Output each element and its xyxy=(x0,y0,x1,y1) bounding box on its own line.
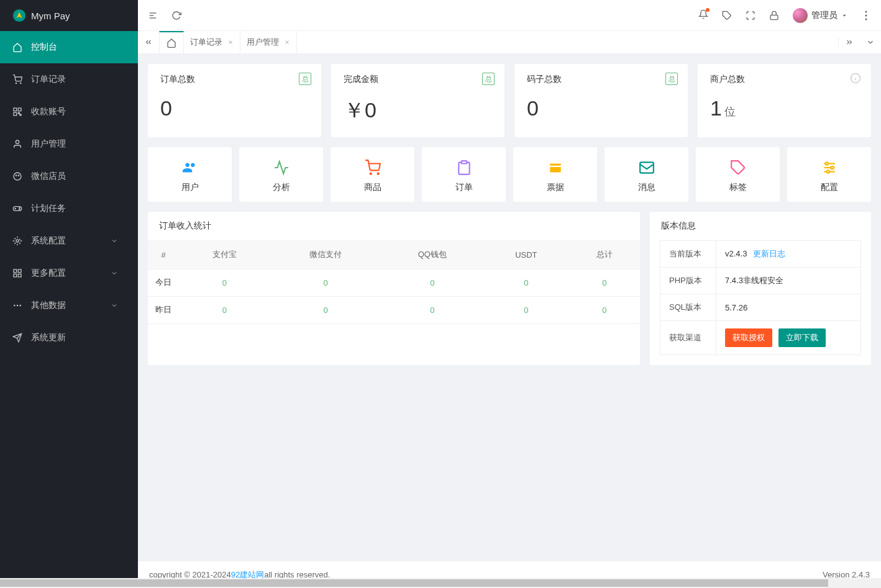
stat-badge: 总 xyxy=(482,73,495,85)
quick-label: 分析 xyxy=(273,182,290,193)
sidebar-item-wechat-staff[interactable]: 微信店员 xyxy=(0,160,138,192)
lock-icon[interactable] xyxy=(769,11,779,20)
svg-rect-16 xyxy=(14,269,17,273)
quick-label: 消息 xyxy=(638,182,655,193)
svg-point-32 xyxy=(865,14,867,16)
users-icon xyxy=(182,160,198,176)
close-icon[interactable] xyxy=(284,39,290,45)
svg-rect-19 xyxy=(18,274,21,277)
tab-orders[interactable]: 订单记录 xyxy=(184,31,240,53)
row-header: 昨日 xyxy=(148,297,179,324)
sidebar-item-other-data[interactable]: 其他数据 xyxy=(0,289,138,322)
chevron-down-icon xyxy=(866,38,875,47)
sidebar-item-system-config[interactable]: 系统配置 xyxy=(0,225,138,257)
table-header: USDT xyxy=(483,240,569,269)
sidebar-item-more-config[interactable]: 更多配置 xyxy=(0,257,138,289)
tab-scroll-right[interactable] xyxy=(839,38,860,47)
cart-icon xyxy=(12,75,22,84)
table-header: 支付宝 xyxy=(179,240,270,269)
horizontal-scrollbar[interactable] xyxy=(0,578,881,588)
table-header: QQ钱包 xyxy=(381,240,483,269)
table-header: # xyxy=(148,240,179,269)
menu-collapse-icon[interactable] xyxy=(148,11,158,20)
home-icon xyxy=(167,38,176,48)
table-row: 当前版本 v2.4.3更新日志 xyxy=(660,241,861,268)
quick-tags[interactable]: 标签 xyxy=(696,147,780,202)
changelog-link[interactable]: 更新日志 xyxy=(753,249,785,258)
quick-invoices[interactable]: 票据 xyxy=(513,147,597,202)
sidebar-item-label: 用户管理 xyxy=(31,138,66,150)
revenue-panel: 订单收入统计 # 支付宝 微信支付 QQ钱包 USDT 总计 今日 0 0 0 xyxy=(148,212,640,365)
sidebar-item-orders[interactable]: 订单记录 xyxy=(0,63,138,96)
activity-icon xyxy=(273,160,290,176)
svg-rect-18 xyxy=(14,274,17,277)
info-key: 当前版本 xyxy=(660,241,716,268)
quick-orders[interactable]: 订单 xyxy=(422,147,506,202)
svg-rect-6 xyxy=(18,112,19,114)
folder-icon xyxy=(547,160,564,176)
sidebar-item-accounts[interactable]: 收款账号 xyxy=(0,96,138,128)
row-header: 今日 xyxy=(148,269,179,297)
table-row: 今日 0 0 0 0 0 xyxy=(148,269,640,297)
table-header: 微信支付 xyxy=(270,240,381,269)
svg-rect-3 xyxy=(14,108,17,111)
logo[interactable]: Mym Pay xyxy=(0,0,138,31)
quick-label: 商品 xyxy=(364,182,381,193)
sidebar-item-system-update[interactable]: 系统更新 xyxy=(0,322,138,354)
svg-point-51 xyxy=(826,170,829,173)
quick-users[interactable]: 用户 xyxy=(148,147,232,202)
tag-icon[interactable] xyxy=(722,11,732,20)
info-key: SQL版本 xyxy=(660,294,716,321)
auth-button[interactable]: 获取授权 xyxy=(725,328,772,347)
cell: 0 xyxy=(569,297,640,324)
quick-products[interactable]: 商品 xyxy=(331,147,414,202)
svg-point-15 xyxy=(16,240,19,242)
sidebar-item-users[interactable]: 用户管理 xyxy=(0,128,138,160)
chevron-down-icon xyxy=(111,302,118,309)
close-icon[interactable] xyxy=(227,39,234,45)
info-value: 5.7.26 xyxy=(716,294,861,321)
tab-users[interactable]: 用户管理 xyxy=(240,31,297,53)
refresh-icon[interactable] xyxy=(171,11,181,20)
scrollbar-thumb[interactable] xyxy=(0,579,828,587)
stat-label: 订单总数 xyxy=(160,74,309,85)
download-button[interactable]: 立即下载 xyxy=(778,328,826,347)
cell: 0 xyxy=(179,297,270,324)
stat-label: 商户总数 xyxy=(710,74,859,85)
user-menu[interactable]: 管理员 xyxy=(793,8,847,23)
version-panel: 版本信息 当前版本 v2.4.3更新日志 PHP版本 7.4.3非线程安全 SQ… xyxy=(650,212,871,365)
svg-point-8 xyxy=(16,140,19,143)
svg-point-49 xyxy=(825,162,828,165)
more-icon[interactable] xyxy=(861,11,871,20)
table-header: 总计 xyxy=(569,240,640,269)
notifications-button[interactable] xyxy=(698,9,708,22)
sidebar-item-tasks[interactable]: 计划任务 xyxy=(0,192,138,225)
stat-card-orders: 订单总数 总 0 xyxy=(148,64,321,137)
sliders-icon xyxy=(821,160,838,176)
sidebar-item-label: 系统配置 xyxy=(31,235,66,247)
svg-point-33 xyxy=(865,18,867,20)
svg-point-10 xyxy=(16,175,16,176)
fullscreen-icon[interactable] xyxy=(746,11,755,20)
sidebar-item-label: 计划任务 xyxy=(31,203,66,214)
chevron-down-icon xyxy=(111,237,118,245)
quick-config[interactable]: 配置 xyxy=(787,147,871,202)
quick-label: 标签 xyxy=(729,182,747,193)
sidebar-item-label: 更多配置 xyxy=(31,268,66,279)
cell: 0 xyxy=(270,269,381,297)
info-icon[interactable] xyxy=(850,73,861,84)
svg-point-21 xyxy=(17,305,19,307)
svg-point-22 xyxy=(19,305,21,307)
tab-menu[interactable] xyxy=(860,38,881,47)
quick-analytics[interactable]: 分析 xyxy=(239,147,323,202)
stat-card-amount: 完成金额 总 ￥0 xyxy=(331,64,504,137)
quick-messages[interactable]: 消息 xyxy=(605,147,688,202)
tab-label: 用户管理 xyxy=(247,37,279,48)
sidebar-item-dashboard[interactable]: 控制台 xyxy=(0,31,138,63)
topbar: 管理员 xyxy=(138,0,881,31)
tab-home[interactable] xyxy=(159,31,184,53)
send-icon xyxy=(12,333,22,343)
tag-icon xyxy=(730,160,746,176)
content: 订单总数 总 0 完成金额 总 ￥0 码子总数 总 0 商户总数 1位 用户 分… xyxy=(138,54,881,561)
tab-scroll-left[interactable] xyxy=(138,31,159,53)
